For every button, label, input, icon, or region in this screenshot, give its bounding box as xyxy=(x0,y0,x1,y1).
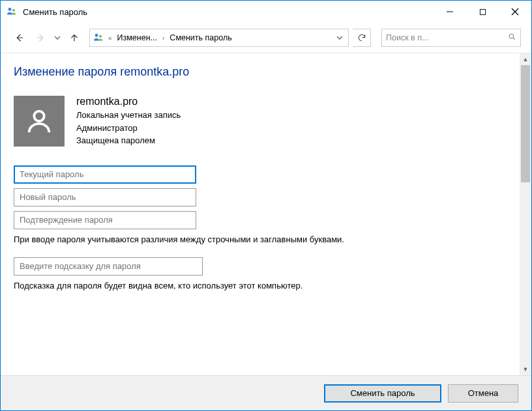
confirm-password-field[interactable] xyxy=(14,211,196,229)
breadcrumb[interactable]: « Изменен... › Сменить пароль xyxy=(89,29,349,47)
scroll-down-button[interactable]: ▼ xyxy=(520,363,531,375)
user-account-type: Локальная учетная запись xyxy=(76,109,181,122)
user-info: remontka.pro Локальная учетная запись Ад… xyxy=(76,96,181,147)
svg-rect-3 xyxy=(480,9,485,14)
close-button[interactable] xyxy=(499,1,531,23)
hint-visibility-note: Подсказка для пароля будет видна всем, к… xyxy=(14,280,507,292)
maximize-button[interactable] xyxy=(466,1,499,23)
submit-label: Сменить пароль xyxy=(350,388,415,398)
cancel-label: Отмена xyxy=(468,388,499,398)
svg-point-1 xyxy=(12,9,15,12)
current-password-input[interactable] xyxy=(18,169,192,180)
refresh-button[interactable] xyxy=(353,29,371,47)
new-password-input[interactable] xyxy=(18,191,192,203)
chevron-right-icon: › xyxy=(161,35,166,42)
page-heading: Изменение пароля remontka.pro xyxy=(14,65,507,79)
search-box[interactable]: Поиск в п... xyxy=(381,29,521,47)
new-password-field[interactable] xyxy=(14,188,196,206)
user-name: remontka.pro xyxy=(76,96,181,107)
content-area: Изменение пароля remontka.pro remontka.p… xyxy=(1,53,531,375)
forward-button[interactable] xyxy=(32,29,49,46)
titlebar: Сменить пароль xyxy=(1,1,531,23)
breadcrumb-seg-2[interactable]: Сменить пароль xyxy=(168,33,233,42)
scroll-up-button[interactable]: ▲ xyxy=(520,53,531,65)
svg-point-7 xyxy=(99,35,102,38)
breadcrumb-label: Сменить пароль xyxy=(170,33,231,42)
chevron-left-double-icon: « xyxy=(107,35,113,42)
breadcrumb-dropdown[interactable] xyxy=(334,30,346,46)
vertical-scrollbar[interactable]: ▲ ▼ xyxy=(520,53,531,375)
svg-point-10 xyxy=(34,111,44,121)
confirm-password-input[interactable] xyxy=(18,214,192,225)
back-button[interactable] xyxy=(11,29,28,46)
app-icon xyxy=(6,6,18,18)
scroll-thumb[interactable] xyxy=(521,65,530,182)
svg-point-8 xyxy=(509,34,514,38)
footer: Сменить пароль Отмена xyxy=(1,375,531,410)
scroll-track[interactable] xyxy=(520,65,531,363)
content: Изменение пароля remontka.pro remontka.p… xyxy=(1,53,520,375)
svg-point-6 xyxy=(95,34,98,37)
search-icon xyxy=(508,33,516,43)
window: Сменить пароль xyxy=(0,0,532,411)
user-role: Администратор xyxy=(76,122,181,135)
search-placeholder: Поиск в п... xyxy=(386,33,504,42)
hint-field[interactable] xyxy=(14,257,203,276)
navbar: « Изменен... › Сменить пароль Поиск в п.… xyxy=(1,23,531,53)
hint-input[interactable] xyxy=(18,261,198,272)
svg-line-9 xyxy=(513,38,515,40)
users-icon xyxy=(93,32,104,44)
breadcrumb-label: Изменен... xyxy=(117,33,157,42)
user-block: remontka.pro Локальная учетная запись Ад… xyxy=(14,96,507,147)
recent-locations-button[interactable] xyxy=(53,29,62,46)
window-controls xyxy=(434,1,531,23)
submit-button[interactable]: Сменить пароль xyxy=(324,384,441,403)
up-button[interactable] xyxy=(66,29,83,46)
svg-point-0 xyxy=(8,8,12,11)
avatar xyxy=(14,96,65,147)
current-password-field[interactable] xyxy=(14,165,196,184)
minimize-button[interactable] xyxy=(434,1,466,23)
user-protection: Защищена паролем xyxy=(76,134,181,147)
window-title: Сменить пароль xyxy=(23,7,434,17)
breadcrumb-seg-1[interactable]: Изменен... xyxy=(116,33,158,42)
cancel-button[interactable]: Отмена xyxy=(448,384,518,403)
case-sensitivity-note: При вводе пароля учитываются различия ме… xyxy=(14,234,507,246)
